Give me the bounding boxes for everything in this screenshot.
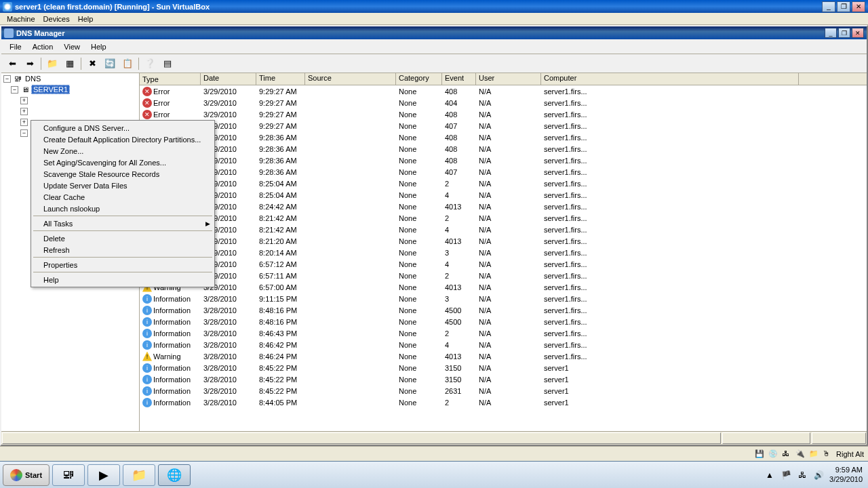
row-computer: server1 xyxy=(541,399,799,407)
taskbar-powershell[interactable]: ▶ xyxy=(87,464,120,486)
dns-restore-button[interactable]: ❐ xyxy=(838,28,850,38)
event-row[interactable]: !Warning3/29/20106:57:00 AMNone4013N/Ase… xyxy=(140,281,867,293)
taskbar-server-manager[interactable]: 🖳 xyxy=(52,464,85,486)
list-body[interactable]: ✕Error3/29/20109:29:27 AMNone408N/Aserve… xyxy=(140,85,867,431)
event-row[interactable]: ✕Error3/29/20109:28:36 AMNone408N/Aserve… xyxy=(140,131,867,143)
taskbar-dns-manager[interactable]: 🌐 xyxy=(158,464,191,486)
event-row[interactable]: ✕Error3/29/20109:28:36 AMNone408N/Aserve… xyxy=(140,155,867,166)
help-button[interactable]: ❔ xyxy=(142,56,158,71)
row-event: 408 xyxy=(442,134,476,142)
row-user: N/A xyxy=(476,387,541,395)
event-row[interactable]: iInformation3/29/20108:20:14 AMNone3N/As… xyxy=(140,247,867,258)
tree-expander-icon[interactable]: − xyxy=(11,86,18,94)
event-row[interactable]: iInformation3/28/20109:11:15 PMNone3N/As… xyxy=(140,293,867,304)
tree-expander-icon[interactable]: + xyxy=(20,108,28,115)
vbox-minimize-button[interactable]: _ xyxy=(822,1,835,12)
event-row[interactable]: iInformation3/29/20106:57:11 AMNone2N/As… xyxy=(140,270,867,281)
tree-root-dns[interactable]: − 🖳 DNS xyxy=(1,73,139,84)
dns-minimize-button[interactable]: _ xyxy=(825,28,837,38)
tree-expander-icon[interactable]: + xyxy=(20,119,28,126)
row-computer: server1.firs... xyxy=(541,110,799,119)
ctx-configure-dns[interactable]: Configure a DNS Server... xyxy=(33,122,213,134)
event-row[interactable]: iInformation3/28/20108:45:22 PMNone2631N… xyxy=(140,385,867,396)
tray-expand-icon[interactable]: ▲ xyxy=(764,470,775,481)
event-row[interactable]: ✕Error3/29/20109:28:36 AMNone407N/Aserve… xyxy=(140,166,867,178)
dns-menu-help[interactable]: Help xyxy=(85,41,112,52)
event-row[interactable]: !Warning3/29/20108:24:42 AMNone4013N/Ase… xyxy=(140,201,867,212)
event-row[interactable]: iInformation3/28/20108:48:16 PMNone4500N… xyxy=(140,316,867,327)
taskbar-clock[interactable]: 9:59 AM 3/29/2010 xyxy=(829,466,863,483)
delete-button[interactable]: ✖ xyxy=(84,56,100,71)
row-computer: server1.firs... xyxy=(541,214,799,222)
event-row[interactable]: iInformation3/29/20108:21:42 AMNone4N/As… xyxy=(140,224,867,235)
vbox-maximize-button[interactable]: ❐ xyxy=(837,1,850,12)
event-row[interactable]: iInformation3/28/20108:46:42 PMNone4N/As… xyxy=(140,339,867,350)
ctx-update-data-files[interactable]: Update Server Data Files xyxy=(33,180,213,191)
event-row[interactable]: iInformation3/29/20108:25:04 AMNone2N/As… xyxy=(140,178,867,189)
event-row[interactable]: ✕Error3/29/20109:29:27 AMNone407N/Aserve… xyxy=(140,120,867,131)
col-header-user[interactable]: User xyxy=(476,73,541,85)
ctx-create-partitions[interactable]: Create Default Application Directory Par… xyxy=(33,134,213,145)
event-row[interactable]: iInformation3/28/20108:45:22 PMNone3150N… xyxy=(140,373,867,385)
row-type-label: Information xyxy=(153,318,191,326)
ctx-new-zone[interactable]: New Zone... xyxy=(33,145,213,157)
tray-action-center-icon[interactable]: 🏴 xyxy=(781,470,791,481)
tree-expander-icon[interactable]: + xyxy=(20,97,28,104)
taskbar-explorer[interactable]: 📁 xyxy=(123,464,155,486)
properties-button[interactable]: ▤ xyxy=(159,56,176,71)
event-row[interactable]: iInformation3/29/20106:57:12 AMNone4N/As… xyxy=(140,258,867,270)
dns-menu-action[interactable]: Action xyxy=(27,41,59,52)
event-row[interactable]: iInformation3/28/20108:48:16 PMNone4500N… xyxy=(140,304,867,316)
ctx-clear-cache[interactable]: Clear Cache xyxy=(33,191,213,203)
col-header-event[interactable]: Event xyxy=(442,73,476,85)
tray-volume-icon[interactable]: 🔊 xyxy=(813,470,824,481)
event-row[interactable]: iInformation3/28/20108:44:05 PMNone2N/As… xyxy=(140,396,867,408)
event-row[interactable]: iInformation3/29/20108:21:42 AMNone2N/As… xyxy=(140,212,867,224)
ctx-help[interactable]: Help xyxy=(33,274,213,285)
ctx-delete[interactable]: Delete xyxy=(33,232,213,244)
tree-child-node[interactable]: + xyxy=(1,106,139,117)
event-row[interactable]: ✕Error3/29/20109:28:36 AMNone408N/Aserve… xyxy=(140,143,867,155)
event-row[interactable]: iInformation3/28/20108:45:22 PMNone3150N… xyxy=(140,362,867,373)
ctx-set-aging[interactable]: Set Aging/Scavenging for All Zones... xyxy=(33,157,213,168)
up-button[interactable]: 📁 xyxy=(44,56,60,71)
vbox-menu-help[interactable]: Help xyxy=(74,15,98,23)
event-row[interactable]: ✕Error3/29/20109:29:27 AMNone408N/Aserve… xyxy=(140,108,867,120)
ctx-refresh[interactable]: Refresh xyxy=(33,244,213,256)
col-header-time[interactable]: Time xyxy=(256,73,305,85)
ctx-launch-nslookup[interactable]: Launch nslookup xyxy=(33,203,213,214)
col-header-source[interactable]: Source xyxy=(305,73,396,85)
tree-expander-icon[interactable]: − xyxy=(20,129,28,137)
dns-menu-file[interactable]: File xyxy=(4,41,27,52)
ctx-scavenge[interactable]: Scavenge Stale Resource Records xyxy=(33,168,213,180)
tree-expander-icon[interactable]: − xyxy=(3,75,11,83)
dns-menu-view[interactable]: View xyxy=(58,41,85,52)
event-row[interactable]: iInformation3/28/20108:46:43 PMNone2N/As… xyxy=(140,327,867,339)
dns-close-button[interactable]: ✕ xyxy=(852,28,864,38)
tree-server-node[interactable]: − 🖥 SERVER1 xyxy=(1,84,139,95)
refresh-button[interactable]: 🔄 xyxy=(102,56,118,71)
event-row[interactable]: ✕Error3/29/20109:29:27 AMNone404N/Aserve… xyxy=(140,97,867,108)
row-type-label: Information xyxy=(153,399,191,407)
ctx-all-tasks[interactable]: All Tasks▶ xyxy=(33,218,213,229)
forward-button[interactable]: ➡ xyxy=(22,56,38,71)
event-row[interactable]: !Warning3/28/20108:46:24 PMNone4013N/Ase… xyxy=(140,350,867,362)
event-row[interactable]: !Warning3/29/20108:21:20 AMNone4013N/Ase… xyxy=(140,235,867,247)
export-list-button[interactable]: 📋 xyxy=(119,56,136,71)
back-button[interactable]: ⬅ xyxy=(4,56,20,71)
ctx-properties[interactable]: Properties xyxy=(33,259,213,270)
vbox-menu-machine[interactable]: Machine xyxy=(3,15,39,23)
col-header-computer[interactable]: Computer xyxy=(541,73,799,85)
tray-network-icon[interactable]: 🖧 xyxy=(797,470,808,481)
col-header-date[interactable]: Date xyxy=(201,73,256,85)
event-row[interactable]: ✕Error3/29/20109:29:27 AMNone408N/Aserve… xyxy=(140,85,867,97)
event-row[interactable]: iInformation3/29/20108:25:04 AMNone4N/As… xyxy=(140,189,867,201)
row-computer: server1.firs... xyxy=(541,157,799,165)
start-button[interactable]: Start xyxy=(3,464,50,486)
col-header-category[interactable]: Category xyxy=(396,73,442,85)
vbox-close-button[interactable]: ✕ xyxy=(852,1,865,12)
vbox-menu-devices[interactable]: Devices xyxy=(39,15,74,23)
col-header-type[interactable]: Type xyxy=(140,73,201,85)
show-hide-tree-button[interactable]: ▦ xyxy=(62,56,78,71)
tree-child-node[interactable]: + xyxy=(1,95,139,106)
